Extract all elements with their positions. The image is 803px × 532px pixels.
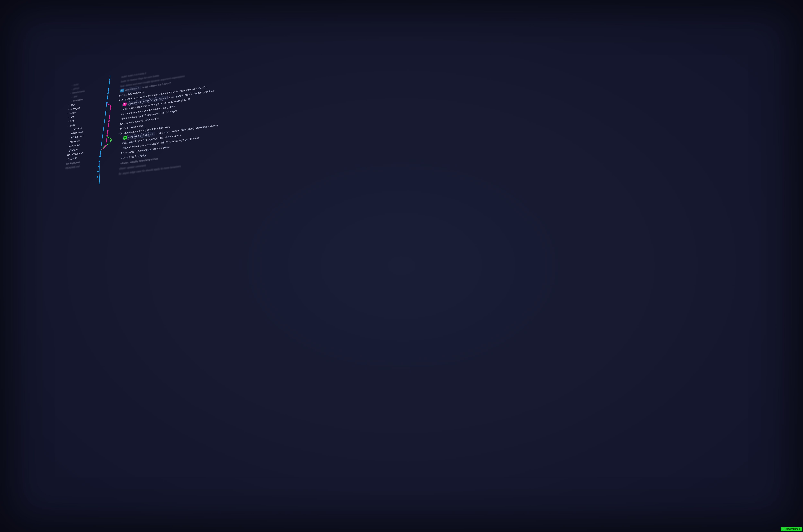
chevron-right-icon: ▸ (67, 113, 69, 114)
chevron-right-icon: ▸ (72, 84, 73, 86)
svg-point-5 (106, 102, 108, 103)
git-branch-icon (123, 136, 127, 140)
svg-point-6 (110, 106, 112, 108)
svg-point-27 (126, 137, 126, 138)
svg-point-0 (109, 78, 111, 80)
tree-item-label: build (73, 83, 78, 87)
svg-point-11 (107, 130, 109, 132)
svg-point-16 (99, 155, 101, 157)
chevron-right-icon: ▸ (69, 104, 70, 106)
chevron-right-icon (67, 142, 68, 142)
tree-item-label: src (71, 115, 74, 119)
svg-point-4 (107, 97, 108, 99)
tree-item-label: test (70, 119, 74, 123)
svg-point-23 (124, 105, 125, 105)
commit-list[interactable]: build: build 2.6.0-beta.3build: fix feat… (110, 0, 803, 177)
chevron-right-icon (63, 168, 64, 169)
svg-point-21 (121, 90, 122, 91)
svg-point-13 (110, 139, 112, 141)
svg-point-2 (108, 88, 110, 89)
svg-point-12 (106, 135, 108, 137)
svg-point-26 (124, 138, 125, 139)
chevron-right-icon (64, 159, 66, 160)
chevron-right-icon (68, 138, 69, 138)
hackernoon-watermark: HACKERNOON (781, 527, 802, 531)
svg-point-3 (107, 92, 109, 94)
svg-point-22 (124, 103, 125, 104)
chevron-right-icon (66, 147, 68, 147)
svg-point-7 (105, 111, 107, 113)
tree-item-label: README.md (65, 165, 80, 170)
watermark-text: HACKERNOON (786, 528, 800, 530)
chevron-right-icon: ▸ (68, 109, 69, 111)
git-history-panel: build: build 2.6.0-beta.3build: fix feat… (39, 0, 803, 532)
svg-point-20 (97, 176, 98, 178)
chevron-right-icon (64, 164, 65, 164)
tree-item-label: dist (73, 95, 77, 98)
svg-point-15 (100, 150, 101, 152)
svg-point-24 (125, 103, 126, 104)
svg-point-8 (109, 115, 110, 117)
chevron-right-icon: ▸ (68, 121, 69, 122)
tag-icon (120, 89, 124, 93)
tree-item-label: types (69, 124, 75, 127)
chevron-right-icon (69, 134, 70, 134)
tree-item-label: flow (71, 103, 75, 107)
chevron-right-icon: ▸ (70, 93, 72, 94)
svg-point-14 (105, 145, 107, 147)
svg-point-1 (109, 83, 110, 84)
chevron-right-icon: ▸ (71, 100, 72, 102)
git-branch-icon (123, 102, 127, 106)
chevron-right-icon: ▸ (72, 96, 73, 98)
svg-point-17 (98, 160, 100, 162)
chevron-right-icon: ▸ (71, 89, 72, 90)
svg-point-19 (97, 171, 99, 173)
svg-point-18 (98, 166, 99, 168)
svg-point-10 (108, 125, 109, 127)
chevron-right-icon: ▸ (67, 125, 69, 127)
tree-item-label: github (73, 87, 79, 90)
svg-point-9 (108, 120, 110, 122)
tree-item-label: .gitignore (68, 148, 78, 152)
chevron-right-icon: ▸ (69, 117, 70, 118)
clock-icon (783, 528, 785, 530)
svg-point-25 (125, 137, 125, 137)
tree-item-label: scripts (69, 111, 76, 115)
